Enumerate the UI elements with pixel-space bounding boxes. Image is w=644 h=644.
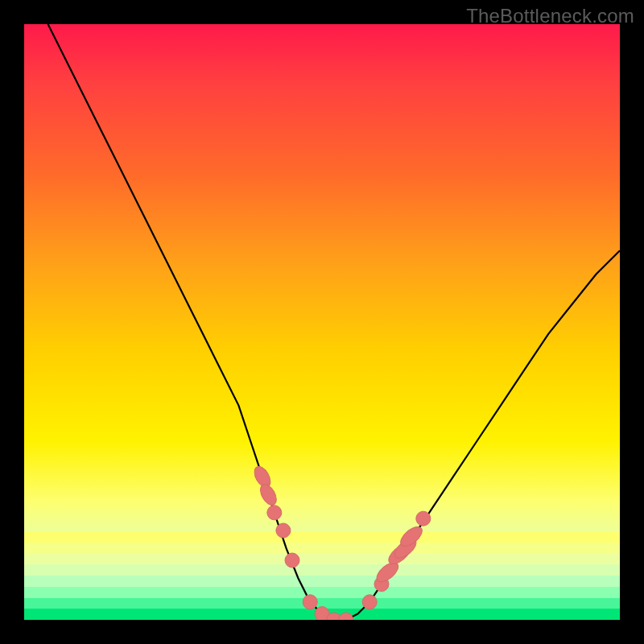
data-marker bbox=[339, 613, 353, 620]
marker-cluster-left bbox=[251, 464, 353, 620]
plot-area bbox=[24, 24, 620, 620]
data-marker bbox=[257, 481, 279, 507]
data-marker bbox=[303, 595, 317, 609]
data-marker bbox=[416, 511, 431, 526]
curve-svg bbox=[24, 24, 620, 620]
data-marker bbox=[362, 595, 377, 609]
chart-frame: TheBottleneck.com bbox=[0, 0, 644, 644]
data-marker bbox=[276, 523, 291, 538]
data-marker bbox=[267, 506, 282, 520]
data-marker bbox=[285, 553, 299, 568]
bottleneck-curve bbox=[48, 24, 620, 620]
watermark-text: TheBottleneck.com bbox=[466, 5, 634, 27]
